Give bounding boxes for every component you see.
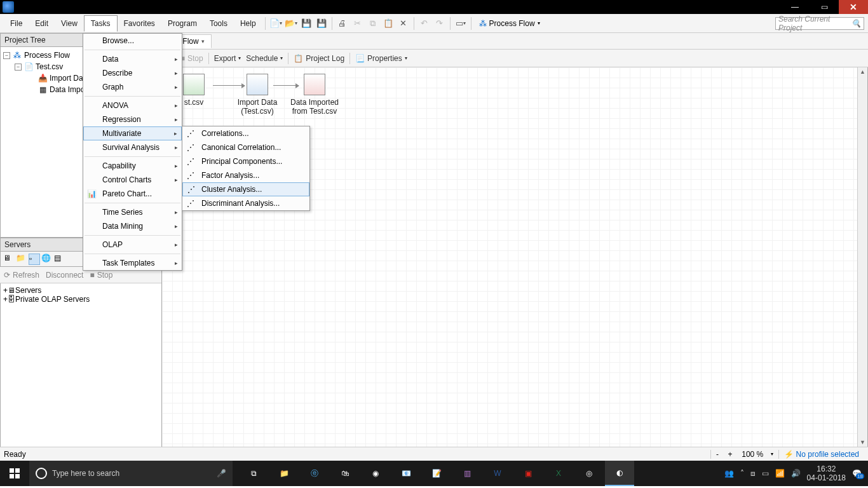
save-all-button[interactable]: 💾 (315, 17, 329, 30)
minimize-button[interactable]: — (780, 0, 810, 14)
tasks-menu-item[interactable]: Time Series▸ (83, 205, 182, 219)
submenu-item[interactable]: ⋰Cluster Analysis... (182, 182, 309, 196)
stop-button[interactable]: ■Stop (90, 271, 112, 280)
schedule-button[interactable]: Schedule ▾ (246, 54, 283, 63)
submenu-item[interactable]: ⋰Factor Analysis... (182, 168, 309, 182)
menu-file[interactable]: File (4, 16, 29, 31)
menu-help[interactable]: Help (234, 16, 262, 31)
edge-icon[interactable]: ⓔ (300, 461, 329, 486)
word-icon[interactable]: W (483, 461, 512, 486)
maximize-button[interactable]: ▭ (810, 0, 839, 14)
paste-button[interactable]: 📋 (381, 17, 395, 30)
properties-button[interactable]: 📃Properties ▾ (355, 54, 407, 63)
submenu-item[interactable]: ⋰Correlations... (182, 126, 309, 140)
vertical-scrollbar[interactable] (857, 67, 867, 447)
dropbox-icon[interactable]: ⧈ (750, 469, 756, 478)
system-tray[interactable]: 👥 ˄ ⧈ ▭ 📶 🔊 16:32 04-01-2018 💬18 (718, 464, 868, 483)
notifications-icon[interactable]: 💬18 (852, 469, 862, 478)
search-project-input[interactable]: Search Current Project 🔍 (775, 17, 864, 30)
tree-toggle-icon[interactable]: + (3, 286, 8, 295)
tree-toggle-icon[interactable]: − (3, 52, 10, 59)
export-button[interactable]: Export ▾ (214, 54, 241, 63)
folder-view-icon[interactable]: 📁 (16, 254, 27, 265)
tray-chevron-icon[interactable]: ˄ (740, 469, 744, 478)
submenu-item[interactable]: ⋰Discriminant Analysis... (182, 196, 309, 210)
tasks-menu-item[interactable]: Multivariate▸ (83, 126, 182, 140)
layout-button[interactable]: ▭▾ (454, 17, 468, 30)
taskbar-search[interactable]: Type here to search 🎤 (29, 461, 233, 486)
excel-icon[interactable]: X (544, 461, 573, 486)
tree-toggle-icon[interactable]: − (15, 64, 22, 71)
servers-tree[interactable]: +🖥Servers +🗄Private OLAP Servers (0, 283, 161, 447)
chrome-icon[interactable]: ◉ (361, 461, 390, 486)
tasks-menu-item[interactable]: Data▸ (83, 52, 182, 66)
list-view-icon[interactable]: ▤ (54, 254, 65, 265)
menu-favorites[interactable]: Favorites (118, 16, 161, 31)
tasks-menu-item[interactable]: Graph▸ (83, 80, 182, 94)
menu-view[interactable]: View (55, 16, 84, 31)
menu-program[interactable]: Program (161, 16, 203, 31)
tasks-menu-item[interactable]: Browse... (83, 34, 182, 48)
store-icon[interactable]: 🛍 (330, 461, 360, 486)
tasks-menu-item[interactable]: Task Templates▸ (83, 256, 182, 270)
tasks-menu-item[interactable]: ANOVA▸ (83, 98, 182, 112)
volume-icon[interactable]: 🔊 (791, 469, 801, 478)
globe-view-icon[interactable]: 🌐 (41, 254, 53, 265)
redo-button[interactable]: ↷ (433, 17, 447, 30)
project-log-button[interactable]: 📋Project Log (294, 54, 344, 63)
disconnect-button[interactable]: Disconnect (46, 271, 83, 280)
server-node[interactable]: Private OLAP Servers (15, 295, 90, 304)
open-button[interactable]: 📂▾ (284, 17, 298, 30)
tasks-menu-item[interactable]: OLAP▸ (83, 238, 182, 252)
mic-icon[interactable]: 🎤 (217, 469, 226, 478)
delete-button[interactable]: ✕ (397, 17, 410, 30)
menu-tasks[interactable]: Tasks (84, 15, 118, 32)
profile-indicator[interactable]: ⚡No profile selected (778, 450, 864, 459)
clock[interactable]: 16:32 04-01-2018 (807, 464, 846, 483)
server-view-icon[interactable]: 🖥 (3, 254, 15, 265)
tasks-menu-item[interactable]: Describe▸ (83, 66, 182, 80)
submenu-item[interactable]: ⋰Canonical Correlation... (182, 140, 309, 154)
tasks-menu-item[interactable]: Capability▸ (83, 159, 182, 173)
battery-icon[interactable]: ▭ (762, 469, 769, 478)
sas-eg-icon[interactable]: ◐ (605, 461, 634, 486)
tree-root[interactable]: Process Flow (24, 51, 70, 60)
close-button[interactable]: ✕ (839, 0, 868, 14)
tasks-menu[interactable]: Browse...Data▸Describe▸Graph▸ANOVA▸Regre… (83, 33, 182, 271)
notepad-icon[interactable]: 📝 (422, 461, 451, 486)
tree-child[interactable]: Import Da (50, 74, 83, 83)
submenu-item[interactable]: ⋰Principal Components... (182, 154, 309, 168)
process-flow-selector[interactable]: ⁂Process Flow ▾ (474, 18, 545, 29)
start-button[interactable] (0, 461, 29, 486)
stop-button[interactable]: ■Stop (180, 54, 203, 63)
tasks-menu-item[interactable]: Survival Analysis▸ (83, 140, 182, 154)
flow-node-output[interactable]: Data Imported from Test.csv (289, 74, 340, 116)
menu-edit[interactable]: Edit (29, 16, 55, 31)
tasks-menu-item[interactable]: Control Charts▸ (83, 173, 182, 187)
tree-toggle-icon[interactable]: + (3, 295, 8, 304)
cube-view-icon[interactable]: ▫ (29, 254, 40, 265)
menu-tools[interactable]: Tools (203, 16, 234, 31)
print-button[interactable]: 🖨 (336, 17, 349, 30)
outlook-icon[interactable]: 📧 (391, 461, 421, 486)
tasks-menu-item[interactable]: Regression▸ (83, 112, 182, 126)
new-button[interactable]: 📄▾ (269, 17, 283, 30)
acrobat-icon[interactable]: ▣ (513, 461, 543, 486)
people-icon[interactable]: 👥 (724, 469, 734, 478)
task-view-icon[interactable]: ⧉ (239, 461, 268, 486)
multivariate-submenu[interactable]: ⋰Correlations...⋰Canonical Correlation..… (182, 126, 310, 211)
app-icon[interactable]: ◎ (574, 461, 604, 486)
save-button[interactable]: 💾 (299, 17, 313, 30)
refresh-button[interactable]: ⟳Refresh (4, 271, 39, 280)
process-flow-canvas[interactable]: st.csv Import Data (Test.csv) Data Impor… (162, 67, 868, 447)
cut-button[interactable]: ✂ (351, 17, 365, 30)
server-node[interactable]: Servers (15, 286, 41, 295)
explorer-icon[interactable]: 📁 (269, 461, 299, 486)
wifi-icon[interactable]: 📶 (775, 469, 785, 478)
tasks-menu-item[interactable]: 📊Pareto Chart... (83, 187, 182, 201)
tree-file[interactable]: Test.csv (36, 62, 63, 71)
onenote-icon[interactable]: ▥ (452, 461, 482, 486)
tab-dropdown-icon[interactable]: ▾ (201, 38, 205, 44)
zoom-control[interactable]: - + 100 % ▾ (710, 450, 778, 459)
flow-node-import[interactable]: Import Data (Test.csv) (232, 74, 283, 116)
